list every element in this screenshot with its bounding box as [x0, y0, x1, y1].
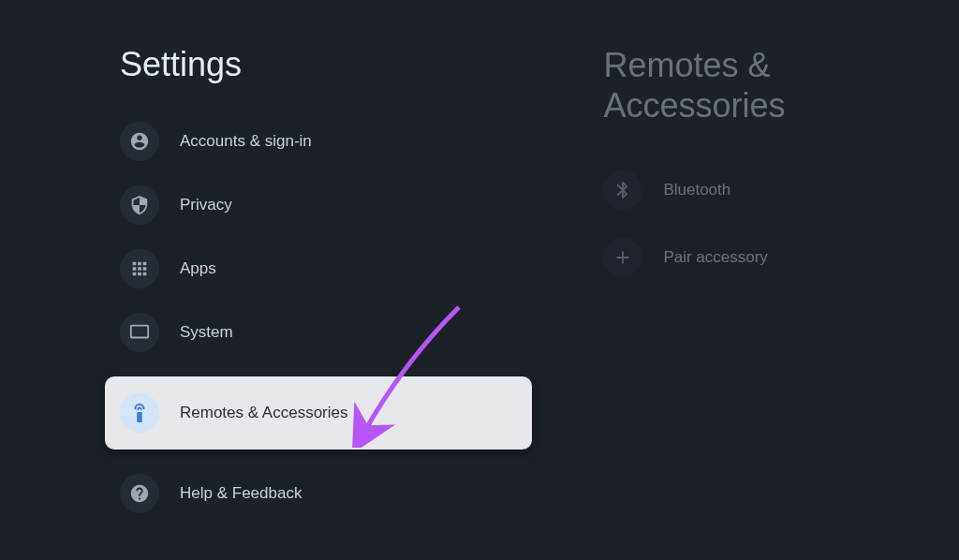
detail-item-pair[interactable]: Pair accessory — [603, 238, 959, 277]
account-icon — [120, 122, 159, 161]
detail-item-bluetooth[interactable]: Bluetooth — [603, 170, 959, 210]
settings-panel: Settings Accounts & sign-in Privacy — [0, 0, 575, 560]
menu-item-privacy[interactable]: Privacy — [120, 185, 575, 225]
shield-icon — [120, 185, 159, 225]
menu-item-label: Privacy — [180, 196, 232, 214]
remote-icon — [120, 393, 159, 433]
menu-item-help[interactable]: Help & Feedback — [120, 474, 575, 513]
menu-item-label: Help & Feedback — [180, 484, 302, 503]
help-icon — [120, 474, 159, 513]
menu-item-remotes[interactable]: Remotes & Accessories — [105, 376, 532, 449]
detail-item-label: Pair accessory — [663, 248, 767, 267]
menu-item-label: Apps — [180, 259, 216, 278]
settings-menu-list: Accounts & sign-in Privacy Apps — [120, 122, 575, 513]
detail-item-label: Bluetooth — [663, 181, 730, 199]
settings-title: Settings — [120, 45, 575, 84]
plus-icon — [603, 238, 642, 277]
menu-item-label: Accounts & sign-in — [180, 132, 312, 151]
menu-item-system[interactable]: System — [120, 313, 575, 352]
menu-item-label: System — [180, 323, 233, 342]
detail-panel: Remotes & Accessories Bluetooth Pair acc… — [575, 0, 959, 560]
apps-icon — [120, 249, 159, 288]
menu-item-accounts[interactable]: Accounts & sign-in — [120, 122, 575, 161]
detail-title: Remotes & Accessories — [603, 45, 959, 125]
monitor-icon — [120, 313, 159, 352]
detail-list: Bluetooth Pair accessory — [603, 170, 959, 277]
menu-item-label: Remotes & Accessories — [180, 404, 348, 422]
bluetooth-icon — [603, 170, 642, 210]
menu-item-apps[interactable]: Apps — [120, 249, 575, 288]
